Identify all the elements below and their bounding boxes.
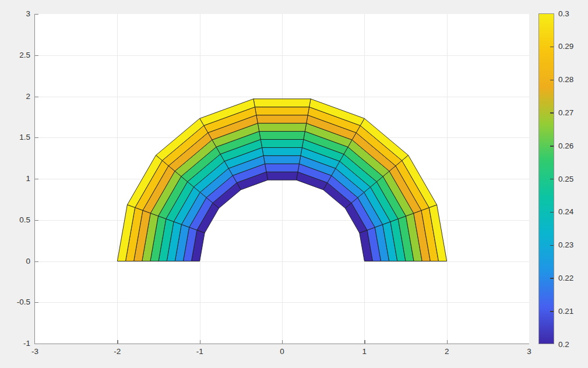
annulus-mesh bbox=[35, 14, 529, 344]
y-tick-mark bbox=[35, 261, 38, 262]
y-tick-mark bbox=[35, 302, 38, 303]
colorbar-tick-mark bbox=[550, 112, 554, 113]
colorbar-tick-mark bbox=[550, 47, 554, 47]
x-tick-label: 1 bbox=[362, 348, 367, 356]
x-tick-mark bbox=[447, 340, 448, 344]
colorbar-tick-label: 0.3 bbox=[558, 10, 569, 18]
y-tick-label: 0.5 bbox=[0, 216, 30, 224]
y-tick-label: -0.5 bbox=[0, 299, 30, 307]
y-tick-label: 0 bbox=[0, 257, 30, 266]
colorbar-tick-mark bbox=[550, 212, 554, 213]
mesh-cell bbox=[259, 132, 305, 140]
y-tick-mark bbox=[35, 14, 38, 15]
mesh-cell bbox=[253, 99, 311, 107]
colorbar-tick-mark bbox=[550, 311, 554, 312]
colorbar-tick-label: 0.27 bbox=[558, 109, 573, 117]
mesh-cell bbox=[258, 123, 306, 132]
x-tick-label: -3 bbox=[31, 348, 38, 356]
x-tick-label: 2 bbox=[445, 348, 449, 356]
y-tick-label: -1 bbox=[0, 339, 30, 348]
y-tick-mark bbox=[35, 55, 38, 56]
colorbar-tick-label: 0.29 bbox=[558, 43, 573, 51]
x-tick-label: 0 bbox=[280, 348, 284, 356]
x-tick-mark bbox=[364, 340, 365, 344]
y-tick-mark bbox=[35, 220, 38, 221]
x-tick-label: 3 bbox=[527, 348, 531, 356]
mesh-cell bbox=[262, 147, 302, 155]
colorbar-tick-label: 0.24 bbox=[558, 208, 573, 217]
y-tick-label: 1 bbox=[0, 175, 30, 183]
y-tick-mark bbox=[35, 97, 38, 97]
y-tick-label: 2 bbox=[0, 93, 30, 101]
y-tick-mark bbox=[35, 137, 38, 138]
mesh-cell bbox=[256, 115, 308, 123]
x-tick-mark bbox=[282, 340, 283, 344]
x-tick-label: -1 bbox=[196, 348, 203, 356]
figure-window: -3-2-10123-1-0.500.511.522.53 0.20.210.2… bbox=[0, 0, 588, 368]
x-tick-mark bbox=[200, 340, 200, 344]
colorbar-tick-mark bbox=[550, 179, 554, 179]
y-tick-label: 2.5 bbox=[0, 51, 30, 59]
colorbar-tick-mark bbox=[550, 80, 554, 80]
mesh-cell bbox=[255, 107, 309, 115]
x-tick-label: -2 bbox=[114, 348, 121, 356]
colorbar-tick-label: 0.25 bbox=[558, 175, 573, 183]
colorbar-tick-label: 0.28 bbox=[558, 76, 573, 84]
y-tick-mark bbox=[35, 179, 38, 179]
colorbar-tick-label: 0.21 bbox=[558, 307, 573, 316]
mesh-cell bbox=[260, 139, 304, 147]
colorbar-tick-mark bbox=[550, 146, 554, 146]
colorbar-tick-label: 0.2 bbox=[558, 341, 569, 349]
colorbar-tick-mark bbox=[550, 278, 554, 278]
colorbar-tick-label: 0.26 bbox=[558, 142, 573, 150]
mesh-cell bbox=[265, 164, 300, 172]
y-tick-label: 1.5 bbox=[0, 134, 30, 142]
y-tick-label: 3 bbox=[0, 10, 30, 18]
colorbar-tick-label: 0.22 bbox=[558, 274, 573, 282]
mesh-cell bbox=[263, 155, 301, 164]
colorbar-tick-label: 0.23 bbox=[558, 241, 573, 249]
mesh-cell bbox=[266, 172, 298, 180]
x-tick-mark bbox=[117, 340, 118, 344]
colorbar-tick-mark bbox=[550, 245, 554, 246]
